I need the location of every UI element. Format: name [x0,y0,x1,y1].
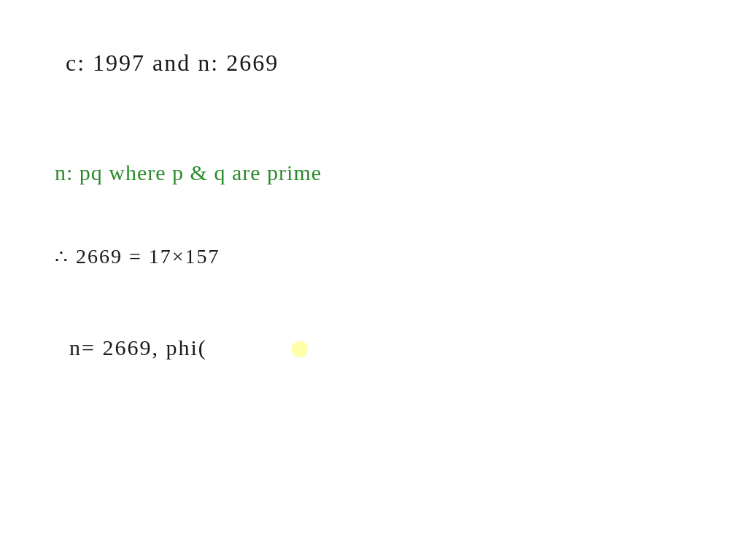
line-therefore-factorization: ∴ 2669 = 17×157 [55,244,220,268]
whiteboard: c: 1997 and n: 2669 n: pq where p & q ar… [0,0,747,560]
line-c-equation: c: 1997 and n: 2669 [66,50,279,77]
line-n-description: n: pq where p & q are prime [55,160,322,185]
cursor-highlight [292,341,308,357]
line-n-phi: n= 2669, phi( [69,335,207,360]
